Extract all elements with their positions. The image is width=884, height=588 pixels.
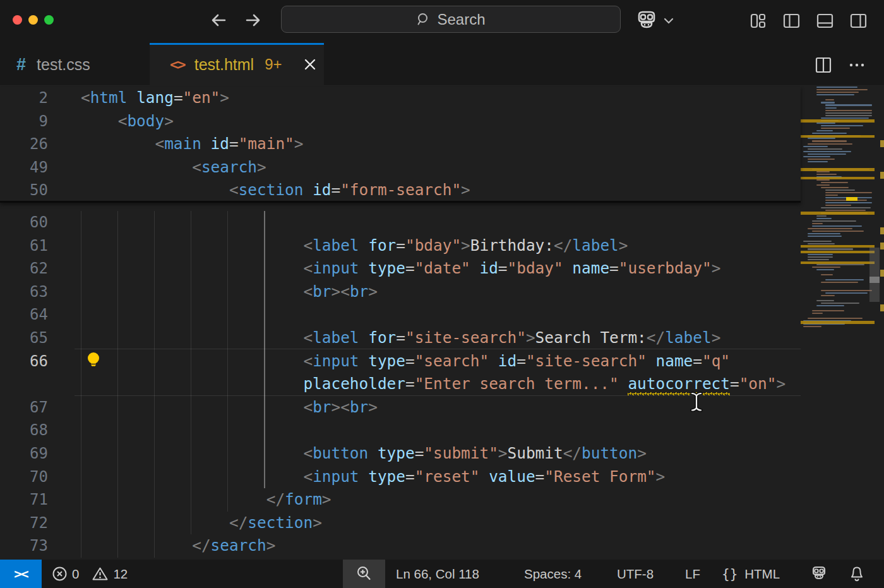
line-number: 26 — [0, 133, 48, 156]
toggle-secondary-sidebar-button[interactable] — [849, 11, 869, 31]
close-icon — [302, 56, 318, 73]
code-line[interactable]: 49 <search> — [0, 156, 801, 179]
code-line[interactable]: 62 <input type="date" id="bday" name="us… — [0, 257, 801, 280]
code-line[interactable]: 9 <body> — [0, 110, 801, 133]
code-line[interactable]: 67 <br><br> — [0, 396, 801, 419]
warning-icon — [92, 566, 109, 582]
copilot-status-button[interactable] — [809, 560, 828, 588]
tab-test-html[interactable]: <> test.html 9+ — [150, 43, 324, 86]
chevron-down-icon — [663, 16, 674, 25]
window-zoom-button[interactable] — [44, 15, 54, 25]
search-placeholder: Search — [437, 11, 485, 28]
code-line[interactable]: 70 <input type="reset" value="Reset Form… — [0, 465, 801, 489]
copilot-icon — [634, 10, 659, 32]
sidebar-right-icon — [849, 11, 868, 30]
indentation-indicator[interactable]: Spaces: 4 — [524, 560, 582, 588]
code-line[interactable]: 69 <button type="submit">Submit</button> — [0, 442, 801, 465]
line-number: 72 — [0, 512, 48, 535]
line-number: 73 — [0, 534, 48, 558]
warning-squiggle: autocorrect — [628, 375, 730, 393]
split-editor-icon — [814, 56, 833, 75]
code-line[interactable]: 65 <label for="site-search">Search Term:… — [0, 327, 801, 350]
window-close-button[interactable] — [13, 15, 22, 25]
line-content: <main id="main"> — [81, 133, 303, 156]
line-number: 60 — [0, 211, 48, 234]
eol-indicator[interactable]: LF — [685, 560, 700, 588]
minimap[interactable] — [801, 86, 875, 560]
tab-test-css[interactable]: # test.css — [0, 43, 150, 86]
minimap-warning-bar — [801, 177, 875, 179]
zoom-status-button[interactable] — [343, 560, 385, 588]
scrollbar-current-band — [869, 277, 880, 283]
code-line[interactable]: 60 — [0, 211, 801, 234]
encoding-indicator[interactable]: UTF-8 — [617, 560, 654, 588]
code-line[interactable]: 61 <label for="bday">Birthday:</label> — [0, 234, 801, 258]
toggle-panel-button[interactable] — [815, 11, 835, 31]
lightbulb-code-action[interactable] — [86, 351, 101, 370]
split-editor-button[interactable] — [814, 55, 834, 75]
navigate-back-button[interactable] — [208, 9, 231, 32]
mouse-ibeam-cursor — [688, 390, 705, 413]
navigate-forward-button[interactable] — [242, 9, 265, 32]
code-line[interactable]: 50 <section id="form-search"> — [0, 179, 801, 202]
more-actions-button[interactable] — [847, 55, 868, 75]
editor-pane[interactable]: <br><br> 6061 <label for="bday">Birthday… — [0, 86, 884, 560]
overview-ruler-warning-mark — [880, 140, 884, 147]
overview-ruler-warning-mark — [880, 227, 884, 234]
minimap-warning-bar — [801, 168, 875, 171]
sidebar-left-icon — [782, 11, 801, 30]
vscode-window: Search — [0, 0, 884, 588]
line-number: 50 — [0, 179, 48, 202]
tab-close-button[interactable] — [302, 55, 321, 74]
toggle-primary-sidebar-button[interactable] — [782, 11, 802, 31]
code-line[interactable]: 72 </section> — [0, 512, 801, 535]
customize-layout-button[interactable] — [748, 11, 768, 31]
line-number: 65 — [0, 327, 48, 350]
title-bar: Search — [0, 0, 884, 43]
line-content: <label for="site-search">Search Term:</l… — [81, 327, 720, 350]
tab-bar: # test.css <> test.html 9+ — [0, 43, 884, 86]
overview-ruler-warning-mark — [880, 270, 884, 277]
code-line[interactable]: 2<html lang="en"> — [0, 87, 801, 110]
arrow-right-icon — [247, 15, 259, 25]
line-number: 67 — [0, 396, 48, 419]
line-content: <br><br> — [81, 280, 378, 304]
line-content: placeholder="Enter search term..." autoc… — [81, 373, 785, 396]
notifications-bell-button[interactable] — [849, 560, 865, 588]
minimap-highlight — [846, 197, 857, 201]
code-line[interactable]: 26 <main id="main"> — [0, 133, 801, 156]
line-content: <br><br> — [81, 396, 378, 419]
line-number: 9 — [0, 110, 48, 133]
code-line[interactable]: 73 </search> — [0, 534, 801, 558]
partially-scrolled-line: <br><br> — [81, 204, 775, 210]
language-mode-indicator[interactable]: {} HTML — [722, 560, 780, 588]
scrollbar-slider[interactable] — [869, 248, 880, 302]
line-content: <search> — [81, 156, 266, 179]
error-count: 0 — [72, 567, 79, 582]
line-number: 69 — [0, 442, 48, 465]
code-line[interactable]: 64 — [0, 303, 801, 327]
copilot-menu-button[interactable] — [634, 9, 679, 33]
line-content: <label for="bday">Birthday:</label> — [81, 234, 628, 258]
problems-status-button[interactable]: 0 12 — [52, 560, 128, 588]
status-bar: >< 0 12 Ln 66, Col 118 — [0, 560, 884, 588]
ellipsis-icon — [847, 56, 866, 75]
cursor-position-indicator[interactable]: Ln 66, Col 118 — [396, 560, 479, 588]
code-line[interactable]: 63 <br><br> — [0, 280, 801, 304]
line-content: </section> — [81, 512, 322, 535]
search-icon — [416, 12, 431, 27]
code-line[interactable]: 71 </form> — [0, 488, 801, 512]
warning-count: 12 — [113, 567, 128, 582]
overview-ruler-warning-mark — [880, 304, 884, 311]
window-minimize-button[interactable] — [28, 15, 38, 25]
sticky-scroll[interactable]: 2<html lang="en">9 <body>26 <main id="ma… — [0, 87, 801, 203]
line-number: 62 — [0, 257, 48, 280]
minimap-warning-bar — [801, 135, 875, 138]
line-number: 71 — [0, 488, 48, 512]
command-center-search[interactable]: Search — [281, 6, 621, 33]
code-line[interactable]: 68 — [0, 419, 801, 442]
minimap-warning-bar — [801, 261, 875, 264]
remote-indicator-button[interactable]: >< — [0, 560, 42, 588]
code-line[interactable]: 66 <input type="search" id="site-search"… — [0, 350, 801, 373]
code-line[interactable]: placeholder="Enter search term..." autoc… — [0, 373, 801, 396]
